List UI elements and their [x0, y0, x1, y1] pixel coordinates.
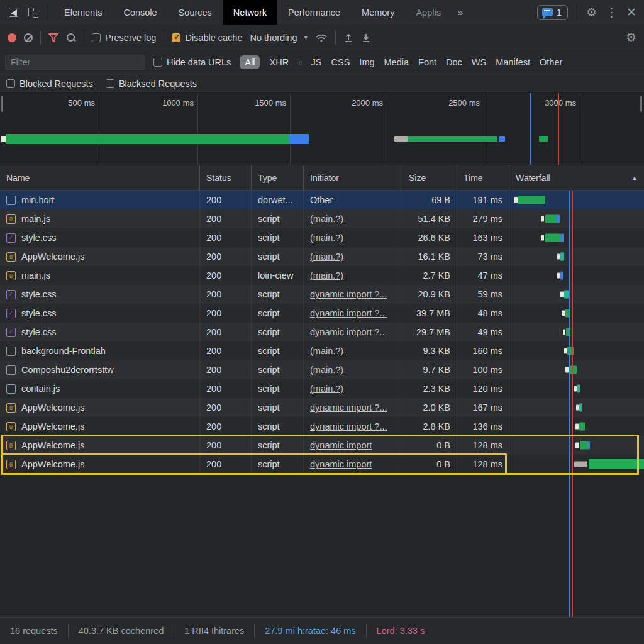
- type-chip-font[interactable]: Font: [418, 57, 436, 67]
- table-row[interactable]: ∕style.css200script(main.?)26.6 KB163 ms: [0, 228, 644, 247]
- initiator-link[interactable]: dynamic import: [310, 459, 372, 469]
- table-row[interactable]: ∕style.css200scriptdynamic import ?...29…: [0, 323, 644, 341]
- overview-right-handle[interactable]: [640, 96, 642, 112]
- table-row[interactable]: background-Frontlah200script(main.?)9.3 …: [0, 341, 644, 360]
- initiator-link[interactable]: dynamic import ?...: [310, 289, 387, 299]
- overview-left-handle[interactable]: [1, 96, 3, 112]
- record-button[interactable]: [8, 33, 16, 42]
- cell-waterfall: [509, 417, 644, 436]
- throttling-dropdown[interactable]: No thording ▾: [250, 33, 308, 43]
- hide-data-urls-checkbox[interactable]: [153, 58, 162, 67]
- initiator-link[interactable]: dynamic import ?...: [310, 402, 387, 413]
- hide-data-urls-toggle[interactable]: Hide data URLs: [153, 57, 231, 67]
- initiator-link[interactable]: dynamic import: [310, 440, 372, 450]
- table-row[interactable]: {}main.js200loin-ciew(main.?)2.7 KB47 ms: [0, 266, 644, 285]
- type-chip-other[interactable]: Other: [540, 57, 562, 67]
- blocked-requests-toggle[interactable]: Blocked Requests: [6, 79, 93, 89]
- export-har-icon[interactable]: [361, 33, 371, 43]
- clear-icon[interactable]: [24, 33, 33, 42]
- type-chip-ïi[interactable]: ïi: [298, 58, 302, 66]
- preserve-log-toggle[interactable]: Preserve log: [92, 33, 156, 43]
- search-icon[interactable]: [66, 33, 76, 43]
- more-tabs-icon[interactable]: »: [452, 7, 469, 18]
- type-chip-ws[interactable]: WS: [472, 57, 486, 67]
- initiator-link[interactable]: (main.?): [310, 214, 343, 224]
- type-chip-doc[interactable]: Doc: [446, 57, 462, 67]
- tab-elements[interactable]: Elements: [53, 0, 113, 25]
- cell-time: 160 ms: [457, 341, 509, 360]
- initiator-link[interactable]: (main.?): [310, 252, 343, 262]
- kebab-menu-icon[interactable]: ⋮: [606, 5, 618, 19]
- divider: [335, 31, 336, 45]
- request-name: style.css: [21, 289, 57, 299]
- close-icon[interactable]: ✕: [626, 5, 636, 19]
- waterfall-bar-segment: [518, 196, 545, 204]
- css-file-icon: ∕: [6, 309, 16, 318]
- blacksed-requests-toggle[interactable]: Blacksed Requests: [106, 79, 197, 89]
- filter-funnel-icon[interactable]: [48, 33, 58, 42]
- blocked-requests-checkbox[interactable]: [6, 79, 15, 88]
- request-name: style.css: [21, 233, 57, 243]
- tab-sources[interactable]: Sources: [168, 0, 223, 25]
- settings-gear-icon[interactable]: ⚙: [586, 5, 597, 19]
- table-row[interactable]: Composhu2derorrtsttw200script(main.?)9.7…: [0, 360, 644, 379]
- table-row[interactable]: {}AppWelcome.js200scriptdynamic import0 …: [0, 455, 644, 474]
- type-chip-js[interactable]: JS: [311, 57, 322, 67]
- column-header-status[interactable]: Status: [200, 165, 252, 190]
- table-row[interactable]: ∕style.css200scriptdynamic import ?...39…: [0, 304, 644, 323]
- column-header-type[interactable]: Type: [252, 165, 304, 190]
- blacksed-requests-checkbox[interactable]: [106, 79, 114, 88]
- cell-size: 29.7 MB: [402, 323, 457, 341]
- type-chip-media[interactable]: Media: [384, 57, 409, 67]
- filter-bar: Hide data URLs AllXHRïiJSCSSImgMediaFont…: [0, 50, 644, 74]
- table-row[interactable]: {}AppWelcome.js200scriptdynamic import ?…: [0, 417, 644, 436]
- panel-icons: [0, 6, 53, 19]
- table-row[interactable]: {}AppWelcome.js200script(main.?)16.1 KB7…: [0, 247, 644, 266]
- tab-performance[interactable]: Performance: [277, 0, 351, 25]
- type-chip-manifest[interactable]: Manifest: [496, 57, 530, 67]
- network-settings-gear-icon[interactable]: ⚙: [626, 30, 636, 45]
- timeline-tick-label: 500 ms: [68, 98, 99, 108]
- initiator-link[interactable]: dynamic import ?...: [310, 308, 387, 318]
- table-row[interactable]: contain.js200script(main.?)2.3 KB120 ms: [0, 379, 644, 398]
- initiator-link[interactable]: (main.?): [310, 365, 343, 375]
- network-overview-timeline[interactable]: 500 ms1000 ms1500 ms2000 ms2500 ms3000 m…: [0, 93, 644, 165]
- issues-badge[interactable]: 1: [537, 5, 568, 20]
- import-har-icon[interactable]: [343, 33, 353, 43]
- filter-input[interactable]: [5, 55, 145, 70]
- inspect-element-icon[interactable]: [6, 6, 20, 19]
- tab-network[interactable]: Network: [223, 0, 277, 25]
- device-toolbar-icon[interactable]: [26, 6, 40, 19]
- initiator-link[interactable]: dynamic import ?...: [310, 327, 387, 337]
- type-chip-all[interactable]: All: [240, 55, 260, 69]
- table-row[interactable]: {}AppWelcome.js200scriptdynamic import0 …: [0, 436, 644, 455]
- tab-console[interactable]: Console: [113, 0, 167, 25]
- disable-cache-checkbox[interactable]: [172, 33, 180, 42]
- preserve-log-checkbox[interactable]: [92, 33, 101, 42]
- table-row[interactable]: min.hort200dorwet...Other69 B191 ms: [0, 191, 644, 209]
- cell-waterfall: [509, 436, 644, 455]
- type-chip-css[interactable]: CSS: [331, 57, 350, 67]
- initiator-link[interactable]: (main.?): [310, 346, 343, 356]
- tab-memory[interactable]: Memory: [351, 0, 405, 25]
- network-conditions-icon[interactable]: [315, 33, 328, 43]
- table-row[interactable]: {}main.js200script(main.?)51.4 KB279 ms: [0, 209, 644, 228]
- initiator-link[interactable]: (main.?): [310, 270, 343, 280]
- initiator-link[interactable]: (main.?): [310, 384, 343, 394]
- initiator-link[interactable]: dynamic import ?...: [310, 421, 387, 431]
- disable-cache-toggle[interactable]: Disable cache: [172, 33, 242, 43]
- column-header-waterfall[interactable]: Waterfall▲: [509, 165, 644, 190]
- type-chip-xhr[interactable]: XHR: [269, 57, 289, 67]
- column-header-size[interactable]: Size: [402, 165, 457, 190]
- type-chip-img[interactable]: Img: [359, 57, 374, 67]
- cell-waterfall: [509, 247, 644, 266]
- table-row[interactable]: {}AppWelcome.js200scriptdynamic import ?…: [0, 398, 644, 417]
- column-header-name[interactable]: Name: [0, 165, 200, 190]
- initiator-link[interactable]: (main.?): [310, 233, 343, 243]
- column-header-time[interactable]: Time: [457, 165, 509, 190]
- table-row[interactable]: ∕style.css200scriptdynamic import ?...20…: [0, 285, 644, 304]
- tab-applis[interactable]: Applis: [405, 0, 452, 25]
- column-header-initiator[interactable]: Initiator: [304, 165, 402, 190]
- status-item: 40.3.7 KB cochenred: [69, 624, 174, 638]
- cell-initiator: Other: [304, 191, 402, 209]
